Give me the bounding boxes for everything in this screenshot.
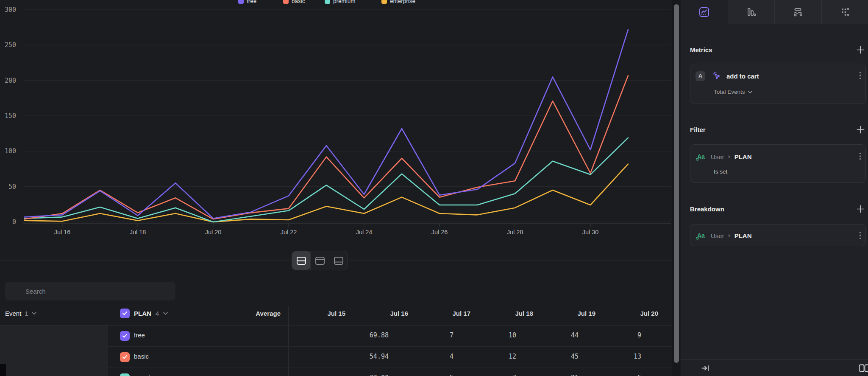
scrollbar-thumb[interactable] <box>674 4 679 363</box>
layout-chart-top-button[interactable] <box>310 251 329 270</box>
legend-item-free[interactable]: free <box>238 0 256 5</box>
metric-card[interactable]: A add to cart Total Events <box>690 64 866 104</box>
collapse-panel-icon[interactable] <box>701 365 710 372</box>
value-cell: 5 <box>450 374 453 376</box>
legend-swatch <box>238 0 244 4</box>
date-column-header[interactable]: Jul 19 <box>577 310 595 317</box>
date-column-header[interactable]: Jul 18 <box>515 310 533 317</box>
check-icon <box>122 311 128 316</box>
chevron-down-icon <box>32 312 36 315</box>
layout-toggle-group <box>292 251 348 270</box>
average-value: 69.88 <box>370 331 389 339</box>
layout-chart-bottom-button[interactable] <box>329 251 348 270</box>
filter-condition-label: Is set <box>714 168 727 175</box>
vertical-scrollbar[interactable] <box>672 0 681 376</box>
check-icon <box>122 355 128 359</box>
y-axis-label: 100 <box>5 147 16 155</box>
breakdown-section-header: Breakdown <box>690 203 865 214</box>
breakdown-options-kebab-icon[interactable] <box>859 232 861 239</box>
line-chart-panel: 050100150200250300Jul 16Jul 18Jul 20Jul … <box>0 0 672 261</box>
y-axis-label: 300 <box>5 6 16 14</box>
date-column-header[interactable]: Jul 17 <box>452 310 470 317</box>
tab-bar-chart[interactable] <box>728 0 775 24</box>
metrics-title: Metrics <box>690 46 712 53</box>
plan-select-all-checkbox[interactable] <box>120 309 130 318</box>
table-row-basic: basic54.944124513344 <box>108 347 672 368</box>
tab-line-chart[interactable] <box>681 0 728 24</box>
plan-column-header[interactable]: PLAN 4 <box>120 309 168 318</box>
legend-label: premium <box>333 0 356 4</box>
filter-card[interactable]: Aa User PLAN Is set <box>690 144 866 183</box>
tab-more-apps[interactable] <box>821 0 868 24</box>
event-name-column: add to cart [Total] <box>0 325 108 376</box>
line-chart-icon <box>699 7 709 17</box>
basic-checkbox[interactable] <box>120 352 130 362</box>
average-value: 33.00 <box>370 374 389 376</box>
add-filter-button[interactable] <box>857 126 865 134</box>
segment-name: free <box>134 331 145 339</box>
y-axis-label: 200 <box>5 77 16 84</box>
x-axis-labels: Jul 16Jul 18Jul 20Jul 22Jul 24Jul 26Jul … <box>54 224 599 236</box>
value-cell: 12 <box>509 353 516 360</box>
y-axis-label: 150 <box>5 112 16 120</box>
add-breakdown-button[interactable] <box>857 205 865 213</box>
average-column-header[interactable]: Average <box>256 310 281 317</box>
click-cursor-icon <box>712 71 722 81</box>
metrics-section-header: Metrics <box>690 44 865 55</box>
more-apps-grid-icon <box>840 7 850 17</box>
legend-item-enterprise[interactable]: enterprise <box>381 0 415 5</box>
plan-header-label: PLAN <box>134 310 151 317</box>
filter-condition[interactable]: Is set <box>714 168 727 175</box>
top-bar-icon <box>315 256 325 265</box>
event-column-header[interactable]: Event 1 <box>5 310 36 317</box>
legend-label: free <box>247 0 256 4</box>
search-input[interactable] <box>5 282 175 300</box>
filter-title: Filter <box>690 126 706 133</box>
value-cell: 7 <box>450 331 453 339</box>
series-line-free[interactable] <box>25 30 628 219</box>
series-line-enterprise[interactable] <box>25 164 628 222</box>
legend-swatch <box>381 0 387 4</box>
filter-property: PLAN <box>734 153 752 160</box>
breakdown-card[interactable]: Aa User PLAN <box>690 224 866 246</box>
filter-options-kebab-icon[interactable] <box>859 152 861 160</box>
breakdown-property: PLAN <box>734 232 752 239</box>
bar-chart-icon <box>746 7 757 17</box>
filter-scope: User <box>711 153 724 160</box>
date-column-header[interactable]: Jul 20 <box>640 310 658 317</box>
date-column-header[interactable]: Jul 16 <box>390 310 408 317</box>
value-cell: 10 <box>509 331 516 339</box>
y-axis-label: 50 <box>8 183 16 191</box>
premium-checkbox[interactable] <box>120 373 130 376</box>
line-chart-canvas[interactable]: 050100150200250300Jul 16Jul 18Jul 20Jul … <box>0 0 672 261</box>
main-content: 050100150200250300Jul 16Jul 18Jul 20Jul … <box>0 0 672 376</box>
value-cell: 7 <box>512 374 516 376</box>
legend-item-basic[interactable]: basic <box>283 0 305 5</box>
series-line-premium[interactable] <box>25 138 628 222</box>
metric-options-kebab-icon[interactable] <box>859 72 861 79</box>
x-axis-label: Jul 16 <box>54 229 71 236</box>
date-column-header[interactable]: Jul 15 <box>327 310 345 317</box>
panel-columns-icon[interactable] <box>859 364 868 372</box>
plan-count: 4 <box>156 310 159 317</box>
x-axis-label: Jul 22 <box>281 229 297 236</box>
free-checkbox[interactable] <box>120 331 130 341</box>
split-rows-icon <box>296 256 306 265</box>
x-axis-label: Jul 26 <box>431 229 448 236</box>
sidebar-footer <box>681 359 868 376</box>
chevron-right-icon <box>728 155 731 159</box>
add-metric-button[interactable] <box>857 46 865 54</box>
tab-flows[interactable] <box>774 0 821 24</box>
metric-measure-dropdown[interactable]: Total Events <box>714 89 752 95</box>
segment-name: basic <box>134 353 149 360</box>
text-property-icon: Aa <box>696 152 707 162</box>
table-row-premium: premium33.0057215200 <box>108 368 672 376</box>
layout-split-button[interactable] <box>292 251 310 270</box>
legend-label: basic <box>292 0 305 4</box>
legend-item-premium[interactable]: premium <box>325 0 356 5</box>
y-axis-label: 0 <box>12 218 16 226</box>
chevron-down-icon <box>163 312 168 315</box>
query-builder-sidebar: Metrics A add to cart Total Events Filte… <box>681 0 868 376</box>
breakdown-scope: User <box>711 232 724 239</box>
legend-swatch <box>283 0 289 4</box>
